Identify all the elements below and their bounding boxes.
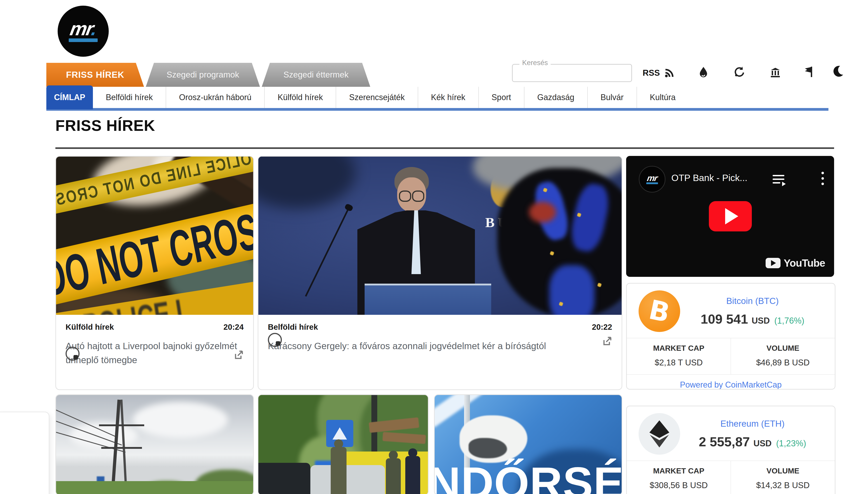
article-image-gas-station: [56, 395, 253, 494]
youtube-watermark[interactable]: YouTube: [766, 257, 825, 269]
microphone: [305, 209, 349, 297]
rss-label[interactable]: RSS: [643, 68, 660, 78]
bitcoin-widget: B Bitcoin (BTC) 109 541 USD (1,76%) MARK…: [626, 283, 835, 390]
market-cap-value: $308,56 B USD: [627, 481, 731, 490]
bitcoin-change: (1,76%): [774, 316, 804, 326]
share-icon[interactable]: [233, 350, 244, 360]
flag-icon[interactable]: [803, 66, 815, 78]
article-image-street-police: [258, 395, 428, 494]
ethereum-icon: [639, 413, 680, 455]
coinmarketcap-link[interactable]: Powered by CoinMarketCap: [627, 374, 835, 390]
nav-item-kultura[interactable]: Kultúra: [637, 87, 688, 108]
soldier-figure: [386, 458, 401, 494]
nav-item-orosz-ukran-haboru[interactable]: Orosz-ukrán háború: [166, 87, 264, 108]
tab-szegedi-programok[interactable]: Szegedi programok: [146, 63, 260, 87]
article-image-police-van: NDŐRSÉ: [435, 395, 622, 494]
nav-item-gazdasag[interactable]: Gazdaság: [524, 87, 587, 108]
article-card-street-police[interactable]: [258, 394, 429, 494]
volume-value: $46,89 B USD: [731, 358, 835, 367]
bitcoin-link[interactable]: Bitcoin (BTC): [680, 296, 825, 306]
article-time: 20:24: [223, 322, 244, 331]
nav-item-kulfold-hirek[interactable]: Külföld hírek: [264, 87, 336, 108]
search-field: Keresés: [512, 64, 632, 82]
rss-icon[interactable]: [664, 67, 675, 79]
fire-icon[interactable]: [698, 66, 709, 78]
article-category[interactable]: Belföldi hírek: [268, 322, 318, 331]
article-category[interactable]: Külföld hírek: [65, 322, 114, 331]
video-title[interactable]: OTP Bank - Pick...: [671, 173, 747, 183]
soldier-figure: [331, 447, 346, 494]
main-nav: CÍMLAP Belföldi hírek Orosz-ukrán háború…: [46, 87, 828, 108]
volume-label: VOLUME: [731, 344, 835, 353]
article-title[interactable]: Karácsony Gergely: a főváros azonnali jo…: [268, 339, 612, 353]
nav-item-bulvar[interactable]: Bulvár: [587, 87, 637, 108]
card-badge-icon: [268, 333, 282, 347]
refresh-icon[interactable]: [733, 66, 745, 78]
article-time: 20:22: [592, 322, 612, 331]
police-figure: [405, 456, 420, 494]
rendorseg-text: NDŐRSÉ: [435, 457, 622, 494]
nav-item-cimlap[interactable]: CÍMLAP: [46, 86, 93, 109]
bitcoin-price: 109 541: [701, 311, 748, 326]
ethereum-price: 2 555,87: [699, 434, 750, 449]
card-badge-icon: [65, 347, 79, 361]
bitcoin-icon: B: [639, 290, 680, 332]
site-logo[interactable]: mr.: [58, 6, 109, 57]
article-card-police-van[interactable]: NDŐRSÉ: [434, 394, 622, 494]
nav-item-belfoldi-hirek[interactable]: Belföldi hírek: [93, 87, 166, 108]
article-title[interactable]: Autó hajtott a Liverpool bajnoki győzelm…: [65, 339, 244, 367]
van-mirror: [459, 415, 527, 463]
ethereum-widget: Ethereum (ETH) 2 555,87 USD (1,23%) MARK…: [626, 406, 835, 494]
nav-item-sport[interactable]: Sport: [478, 87, 524, 108]
ethereum-change: (1,23%): [776, 439, 806, 448]
market-cap-value: $2,18 T USD: [627, 358, 731, 367]
youtube-embed[interactable]: mr OTP Bank - Pick... YouTube: [626, 156, 834, 277]
article-image-police-tape: POLICE LINE DO NOT CROSS DO NOT CROSS P …: [56, 157, 253, 315]
top-tab-strip: FRISS HÍREK Szegedi programok Szegedi ét…: [46, 63, 370, 87]
moon-icon[interactable]: [832, 65, 844, 77]
left-edge-panel[interactable]: [0, 412, 49, 494]
volume-label: VOLUME: [731, 467, 835, 475]
youtube-play-icon: [766, 258, 780, 268]
nav-underline: [46, 108, 828, 111]
play-button[interactable]: [709, 201, 752, 231]
bank-icon[interactable]: [770, 66, 781, 78]
tab-szegedi-ettermek[interactable]: Szegedi éttermek: [262, 63, 370, 87]
article-image-press-conference: BUDAPEST: [258, 157, 622, 315]
nav-item-szerencsejatek[interactable]: Szerencsejáték: [336, 87, 417, 108]
volume-value: $14,32 B USD: [731, 481, 835, 490]
channel-avatar[interactable]: mr: [639, 166, 665, 192]
search-input[interactable]: [513, 64, 631, 81]
bitcoin-currency: USD: [752, 316, 770, 326]
heading-divider: [55, 147, 834, 149]
article-card-gas-station[interactable]: [55, 394, 254, 494]
ethereum-link[interactable]: Ethereum (ETH): [680, 419, 825, 429]
page-title: FRISS HÍREK: [55, 117, 155, 134]
share-icon[interactable]: [602, 336, 612, 346]
market-cap-label: MARKET CAP: [627, 344, 731, 353]
more-options-icon[interactable]: [822, 172, 824, 188]
market-cap-label: MARKET CAP: [627, 467, 731, 475]
article-card-liverpool[interactable]: POLICE LINE DO NOT CROSS DO NOT CROSS P …: [55, 156, 254, 390]
ethereum-currency: USD: [753, 439, 772, 448]
nav-item-kek-hirek[interactable]: Kék hírek: [418, 87, 478, 108]
news-homepage: mr. FRISS HÍREK Szegedi programok Szeged…: [0, 0, 868, 494]
playlist-icon[interactable]: [773, 175, 786, 186]
article-card-karacsony[interactable]: BUDAPEST Belföldi hírek 20:22 Karác: [258, 156, 622, 390]
site-logo-mark: mr.: [69, 20, 97, 38]
lectern: [364, 284, 491, 315]
tab-friss-hirek[interactable]: FRISS HÍREK: [46, 63, 144, 87]
